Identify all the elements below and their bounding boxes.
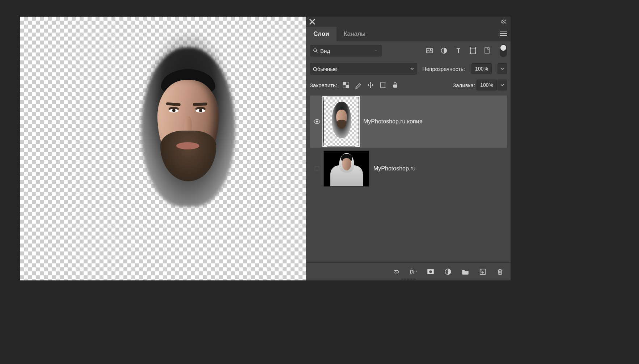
delete-layer-button[interactable] (496, 268, 504, 276)
filter-toggle[interactable] (500, 44, 507, 57)
svg-rect-13 (475, 53, 476, 54)
layer-thumbnail[interactable] (323, 97, 359, 146)
fill-flyout-button[interactable] (498, 80, 507, 90)
chevron-down-icon (410, 67, 414, 71)
svg-point-24 (316, 120, 318, 122)
svg-rect-12 (470, 53, 471, 54)
layer-visibility-toggle[interactable] (310, 165, 323, 172)
add-mask-button[interactable] (427, 268, 435, 276)
filter-smartobject-icon[interactable] (484, 47, 491, 54)
layer-filter-select[interactable]: Вид (310, 45, 382, 56)
blend-mode-value: Обычные (313, 66, 410, 72)
new-layer-button[interactable] (479, 268, 487, 276)
opacity-flyout-button[interactable] (498, 63, 507, 74)
layer-name[interactable]: MyPhotoshop.ru копия (363, 118, 422, 125)
svg-line-4 (316, 51, 318, 53)
filter-shape-icon[interactable] (469, 47, 477, 54)
filter-row: Вид T (306, 41, 511, 60)
tab-channels[interactable]: Каналы (337, 27, 373, 41)
chevron-down-icon (375, 49, 379, 52)
svg-rect-11 (475, 48, 476, 49)
svg-rect-0 (500, 31, 507, 31)
svg-point-3 (314, 49, 317, 52)
fill-value[interactable]: 100% (477, 80, 497, 90)
svg-rect-1 (500, 33, 507, 34)
layers-list: MyPhotoshop.ru копия MyPhotoshop.ru (306, 94, 511, 262)
filter-adjustment-icon[interactable] (440, 47, 448, 54)
lock-label: Закрепить: (310, 82, 337, 88)
lock-position-icon[interactable] (367, 81, 374, 89)
layers-panel: Слои Каналы Вид T Обычные Непрозрачно (306, 17, 511, 280)
close-icon (309, 18, 316, 25)
canvas-image-content (128, 33, 248, 232)
new-adjustment-layer-button[interactable] (444, 268, 452, 276)
opacity-value[interactable]: 100% (471, 63, 492, 74)
layer-thumbnail[interactable] (323, 151, 369, 187)
close-panel-button[interactable] (309, 18, 316, 25)
svg-rect-16 (343, 82, 346, 85)
svg-text:T: T (457, 48, 460, 54)
blend-mode-select[interactable]: Обычные (310, 63, 417, 75)
search-icon (313, 48, 318, 53)
fill-label: Заливка: (453, 82, 475, 88)
lock-all-icon[interactable] (392, 81, 399, 89)
svg-rect-23 (393, 85, 397, 88)
lock-artboard-icon[interactable] (379, 81, 386, 89)
eye-off-icon (313, 165, 321, 172)
eye-icon (313, 118, 321, 125)
chevron-down-icon (500, 67, 504, 71)
svg-rect-10 (470, 48, 471, 49)
layer-visibility-toggle[interactable] (310, 118, 323, 125)
opacity-label: Непрозрачность: (422, 66, 465, 72)
lock-row: Закрепить: Заливка: 100% (306, 77, 511, 94)
layer-row[interactable]: MyPhotoshop.ru (310, 149, 507, 188)
chevron-down-icon (500, 83, 504, 87)
svg-point-6 (430, 49, 431, 50)
lock-transparency-icon[interactable] (342, 81, 350, 89)
lock-pixels-icon[interactable] (355, 81, 362, 89)
layer-row[interactable]: MyPhotoshop.ru копия (310, 96, 507, 148)
blend-row: Обычные Непрозрачность: 100% (306, 60, 511, 77)
panel-menu-button[interactable] (500, 30, 507, 36)
document-canvas[interactable] (20, 17, 306, 280)
tab-layers[interactable]: Слои (306, 27, 337, 41)
collapse-panel-button[interactable] (501, 19, 508, 25)
svg-point-27 (429, 270, 432, 273)
layer-filter-value: Вид (320, 48, 375, 54)
panel-resize-grip[interactable] (401, 278, 416, 280)
svg-rect-14 (485, 48, 489, 53)
new-group-button[interactable] (461, 268, 469, 276)
filter-pixel-icon[interactable] (426, 47, 433, 54)
layer-name[interactable]: MyPhotoshop.ru (373, 165, 416, 172)
hamburger-icon (500, 30, 507, 36)
filter-type-icon[interactable]: T (455, 47, 462, 54)
panel-titlebar (306, 17, 511, 27)
layer-style-button[interactable]: fx ˅ (410, 268, 417, 275)
panel-tabs: Слои Каналы (306, 27, 511, 41)
svg-rect-17 (346, 85, 349, 88)
svg-rect-18 (381, 83, 385, 87)
svg-rect-25 (315, 166, 319, 171)
svg-rect-2 (500, 35, 507, 36)
svg-rect-9 (470, 48, 475, 53)
link-layers-button[interactable] (392, 268, 400, 276)
